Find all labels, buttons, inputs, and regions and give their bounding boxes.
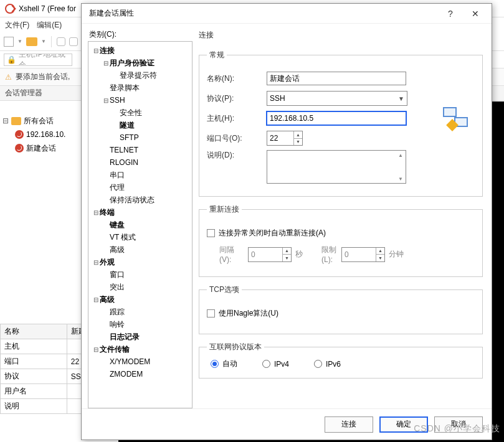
dropdown-icon[interactable]: ▼ — [41, 39, 46, 44]
close-button[interactable]: ✕ — [463, 5, 488, 22]
category-node[interactable]: TELNET — [90, 144, 191, 156]
category-label: TELNET — [110, 146, 138, 154]
category-node[interactable]: RLOGIN — [90, 156, 191, 169]
new-doc-icon[interactable] — [4, 37, 14, 47]
category-node[interactable]: ⊟用户身份验证 — [90, 57, 191, 69]
link-icon[interactable] — [57, 37, 65, 46]
notice-text: 要添加当前会话, — [16, 72, 70, 82]
address-input[interactable]: 🔒 主机,IP地址或会 — [4, 54, 72, 66]
tree-root[interactable]: ⊟ 所有会话 — [2, 114, 78, 128]
scroll-up-icon[interactable]: ▲ — [396, 151, 406, 159]
category-node[interactable]: 登录提示符 — [90, 69, 191, 82]
menu-edit[interactable]: 编辑(E) — [37, 20, 62, 31]
app-logo-icon — [5, 4, 15, 14]
category-node[interactable]: 键盘 — [90, 219, 191, 231]
category-label: 保持活动状态 — [110, 195, 155, 205]
auto-reconnect-checkbox[interactable] — [207, 229, 215, 237]
category-label: 安全性 — [120, 108, 142, 118]
connect-button[interactable]: 连接 — [325, 416, 373, 433]
category-node[interactable]: ⊟连接 — [90, 44, 191, 57]
category-tree[interactable]: ⊟连接⊟用户身份验证登录提示符登录脚本⊟SSH安全性隧道SFTPTELNETRL… — [88, 41, 193, 408]
expander-icon[interactable]: ⊟ — [102, 60, 110, 67]
protocol-select[interactable]: SSH ▼ — [267, 91, 407, 106]
category-label: VT 模式 — [110, 232, 136, 243]
chevron-down-icon: ▼ — [398, 95, 404, 102]
category-node[interactable]: 保持活动状态 — [90, 194, 191, 206]
port-spinner[interactable]: 22 ▲▼ — [267, 131, 303, 146]
tree-item[interactable]: 192.168.10. — [2, 128, 78, 141]
ipversion-group: 互联网协议版本 自动 IPv4 IPv6 — [199, 342, 483, 379]
dialog-title: 新建会话属性 — [89, 8, 134, 19]
category-label: 外观 — [100, 257, 115, 268]
session-icon — [15, 130, 24, 139]
spin-up-icon[interactable]: ▲ — [294, 131, 302, 139]
expander-icon[interactable]: ⊟ — [92, 47, 100, 54]
expander-icon[interactable]: ⊟ — [92, 259, 100, 266]
session-icon — [15, 144, 24, 153]
lock-icon: 🔒 — [7, 55, 16, 64]
category-label: 登录脚本 — [110, 83, 140, 93]
protocol-label: 协议(P): — [207, 93, 267, 104]
ip-v4-radio[interactable]: IPv4 — [262, 360, 289, 369]
spin-down-icon[interactable]: ▼ — [294, 139, 302, 146]
category-node[interactable]: SFTP — [90, 131, 191, 144]
separator — [51, 36, 52, 47]
category-label: 连接 — [100, 45, 115, 56]
category-label: ZMODEM — [110, 370, 143, 379]
expander-icon[interactable]: ⊟ — [102, 97, 110, 104]
cancel-button[interactable]: 取消 — [434, 416, 483, 433]
host-input[interactable] — [267, 111, 406, 125]
expander-icon[interactable]: ⊟ — [92, 346, 100, 353]
expander-icon[interactable]: ⊟ — [92, 296, 100, 303]
category-label: 登录提示符 — [120, 70, 157, 81]
ip-auto-radio[interactable]: 自动 — [211, 359, 237, 369]
category-node[interactable]: ⊟终端 — [90, 206, 191, 219]
category-label: 用户身份验证 — [110, 58, 155, 68]
category-node[interactable]: ZMODEM — [90, 368, 191, 380]
link-icon[interactable] — [69, 37, 78, 46]
tree-item[interactable]: 新建会话 — [2, 141, 78, 155]
category-node[interactable]: 窗口 — [90, 268, 191, 281]
category-node[interactable]: ⊟高级 — [90, 293, 191, 306]
category-node[interactable]: 日志记录 — [90, 331, 191, 343]
category-label: 高级 — [110, 245, 125, 255]
open-folder-icon[interactable] — [26, 37, 37, 46]
category-node[interactable]: VT 模式 — [90, 231, 191, 243]
limit-label: 限制(L): — [307, 245, 338, 264]
reconnect-group: 重新连接 连接异常关闭时自动重新连接(A) 间隔(V): 0 ▲▼ 秒 限制(L… — [199, 204, 483, 277]
tcp-group: TCP选项 使用Nagle算法(U) — [199, 284, 483, 334]
category-node[interactable]: ⊟文件传输 — [90, 343, 191, 355]
auto-reconnect-label: 连接异常关闭时自动重新连接(A) — [219, 228, 326, 238]
category-node[interactable]: 串口 — [90, 169, 191, 181]
category-node[interactable]: 安全性 — [90, 106, 191, 119]
desc-textarea[interactable]: ▲▼ — [267, 150, 406, 184]
ip-v6-radio[interactable]: IPv6 — [314, 360, 341, 369]
category-node[interactable]: 登录脚本 — [90, 82, 191, 94]
category-node[interactable]: X/YMODEM — [90, 355, 191, 368]
category-node[interactable]: ⊟SSH — [90, 94, 191, 106]
ok-button[interactable]: 确定 — [379, 416, 428, 433]
category-node[interactable]: 突出 — [90, 281, 191, 293]
category-node[interactable]: 响铃 — [90, 318, 191, 331]
category-label: 终端 — [100, 207, 115, 218]
category-label: 类别(C): — [88, 27, 193, 41]
name-input[interactable] — [267, 72, 406, 85]
category-node[interactable]: ⊟外观 — [90, 256, 191, 268]
warning-icon: ⚠ — [5, 73, 12, 82]
category-node[interactable]: 隧道 — [90, 119, 191, 131]
dropdown-icon[interactable]: ▼ — [17, 39, 22, 44]
category-node[interactable]: 代理 — [90, 181, 191, 194]
expander-icon[interactable]: ⊟ — [2, 116, 9, 125]
expander-icon[interactable]: ⊟ — [92, 209, 100, 216]
help-button[interactable]: ? — [438, 5, 463, 22]
category-label: X/YMODEM — [110, 357, 150, 366]
category-node[interactable]: 跟踪 — [90, 306, 191, 318]
menu-file[interactable]: 文件(F) — [5, 20, 29, 31]
category-label: SSH — [110, 96, 125, 105]
limit-spinner: 0 ▲▼ — [341, 247, 385, 262]
nagle-checkbox[interactable] — [207, 309, 215, 317]
scroll-down-icon[interactable]: ▼ — [396, 174, 406, 183]
port-label: 端口号(O): — [207, 133, 267, 144]
category-node[interactable]: 高级 — [90, 243, 191, 256]
category-label: 代理 — [110, 182, 125, 193]
